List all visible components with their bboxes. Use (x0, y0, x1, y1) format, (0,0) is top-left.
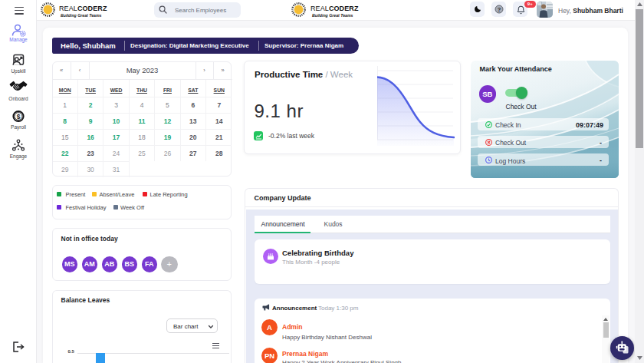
svg-text:?: ? (498, 6, 501, 13)
svg-text:$: $ (17, 113, 21, 120)
